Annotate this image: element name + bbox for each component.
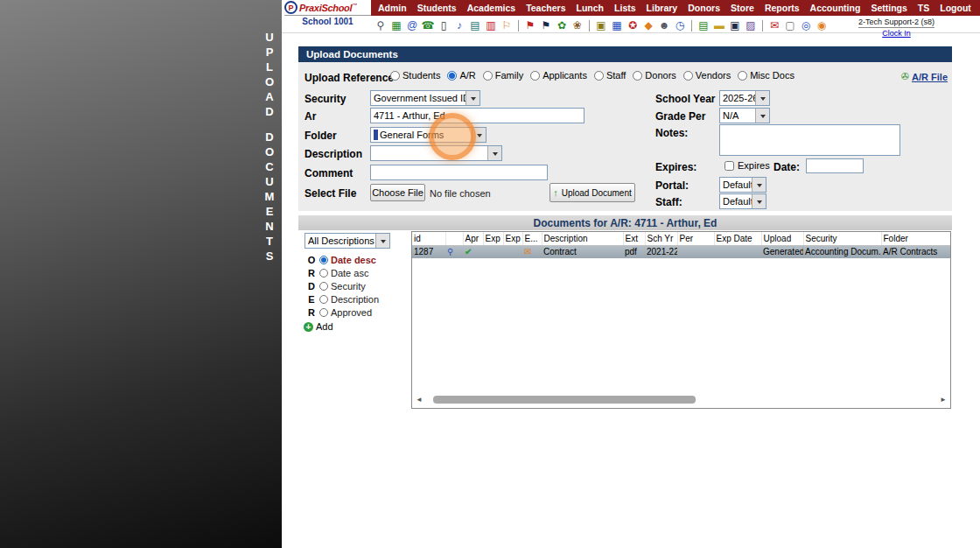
grid-icon[interactable]: ▦: [610, 18, 624, 32]
nav-store[interactable]: Store: [729, 3, 756, 13]
nav-teachers[interactable]: Teachers: [524, 3, 567, 13]
clock-in-link[interactable]: Clock In: [858, 29, 934, 38]
sort-date-desc[interactable]: Date desc: [319, 253, 379, 266]
schedule-icon[interactable]: ▥: [484, 18, 498, 32]
graduate-dark-icon[interactable]: ⚑: [539, 18, 553, 32]
zoom-row-icon[interactable]: ⚲: [447, 247, 453, 256]
scrollbar-track[interactable]: [424, 396, 938, 404]
briefcase-icon[interactable]: ▣: [728, 18, 742, 32]
radio-students-icon[interactable]: [390, 71, 400, 81]
ar-file-link[interactable]: A/R File: [912, 72, 948, 82]
col-upload[interactable]: Upload: [761, 232, 803, 245]
school-year-select[interactable]: 2025-26: [719, 90, 770, 106]
choose-file-button[interactable]: Choose File: [370, 184, 425, 201]
scroll-left-icon[interactable]: ◄: [414, 395, 424, 404]
horizontal-scrollbar[interactable]: ◄ ►: [414, 395, 948, 404]
nav-reports[interactable]: Reports: [763, 3, 802, 13]
globe-icon[interactable]: ◎: [799, 18, 813, 32]
reference-option-donors[interactable]: Donors: [633, 70, 676, 81]
clock-icon[interactable]: ◷: [673, 18, 687, 32]
radio-misc-docs-icon[interactable]: [738, 71, 747, 81]
add-icon[interactable]: +: [304, 322, 313, 332]
staff-select[interactable]: Default: [719, 193, 766, 209]
col-e[interactable]: E...: [522, 232, 542, 245]
col-id[interactable]: id: [412, 232, 445, 245]
reference-option-ar[interactable]: A/R: [447, 70, 475, 81]
email-document-icon[interactable]: ✉: [524, 247, 531, 256]
nav-library[interactable]: Library: [645, 3, 680, 13]
ledger-icon[interactable]: ▤: [696, 18, 710, 32]
scrollbar-thumb[interactable]: [433, 396, 696, 404]
info-icon[interactable]: ◉: [815, 18, 829, 32]
radio-family-icon[interactable]: [483, 71, 493, 81]
col-ext[interactable]: Ext: [623, 232, 645, 245]
radio-vendors-icon[interactable]: [683, 71, 693, 81]
nav-students[interactable]: Students: [416, 3, 458, 13]
reference-option-applicants[interactable]: Applicants: [530, 70, 587, 81]
folder-select[interactable]: General Forms: [370, 127, 486, 143]
col-description[interactable]: Description: [542, 232, 623, 245]
radio-ar-icon[interactable]: [447, 71, 457, 81]
radio-date-desc-icon[interactable]: [319, 256, 328, 264]
praxischool-logo[interactable]: P PraxiSchool™ School 1001: [284, 1, 371, 32]
ar-input[interactable]: [370, 108, 584, 123]
pdf-icon[interactable]: ✉: [767, 18, 781, 32]
col-apr[interactable]: Apr: [463, 232, 483, 245]
nav-logout[interactable]: Logout: [938, 3, 973, 13]
col-sch-yr[interactable]: Sch Yr: [645, 232, 677, 245]
folder-icon[interactable]: ▣: [594, 18, 608, 32]
col-exp-date[interactable]: Exp Date: [714, 232, 761, 245]
upload-document-button[interactable]: ↑ Upload Document: [550, 183, 635, 202]
comment-input[interactable]: [370, 165, 548, 180]
calendar-icon[interactable]: ▦: [389, 18, 403, 32]
audio-icon[interactable]: ♪: [452, 18, 466, 32]
grade-per-select[interactable]: N/A: [719, 108, 770, 123]
graduate-red-icon[interactable]: ⚑: [523, 18, 537, 32]
radio-security-icon[interactable]: [319, 282, 328, 291]
col-per[interactable]: Per: [677, 232, 714, 245]
backpack-icon[interactable]: ◆: [641, 18, 655, 32]
nav-ts[interactable]: TS: [916, 3, 931, 13]
col-exp-1[interactable]: Exp: [483, 232, 503, 245]
col-exp-2[interactable]: Exp: [503, 232, 522, 245]
nav-academics[interactable]: Academics: [466, 3, 517, 13]
mascot-icon[interactable]: ❀: [570, 18, 584, 32]
school-name[interactable]: School 1001: [284, 15, 371, 26]
nav-lists[interactable]: Lists: [612, 3, 638, 13]
mobile-icon[interactable]: ▯: [437, 18, 451, 32]
date-input[interactable]: [806, 158, 864, 173]
reference-option-misc-docs[interactable]: Misc Docs: [738, 70, 794, 81]
radio-donors-icon[interactable]: [633, 71, 642, 81]
radio-staff-icon[interactable]: [594, 71, 604, 81]
security-select[interactable]: Government Issued IDs: [370, 90, 480, 106]
announce-icon[interactable]: ⚐: [500, 18, 514, 32]
table-row[interactable]: 1287 ⚲ ✔ ✉ Contract pdf 2021-22 Generate…: [412, 245, 950, 258]
nav-admin[interactable]: Admin: [376, 3, 409, 13]
reference-option-students[interactable]: Students: [390, 70, 440, 81]
card-icon[interactable]: ▬: [712, 18, 726, 32]
radio-applicants-icon[interactable]: [530, 71, 540, 81]
phone-icon[interactable]: ☎: [421, 18, 435, 32]
reference-option-staff[interactable]: Staff: [594, 70, 626, 81]
nav-donors[interactable]: Donors: [686, 3, 722, 13]
radio-approved-icon[interactable]: [319, 308, 328, 317]
add-document[interactable]: + Add: [304, 321, 333, 332]
people-icon[interactable]: ☻: [657, 18, 671, 32]
leaf-icon[interactable]: ✿: [555, 18, 569, 32]
sort-date-asc[interactable]: Date asc: [319, 266, 379, 279]
reference-option-vendors[interactable]: Vendors: [683, 70, 731, 81]
expires-checkbox[interactable]: [724, 161, 734, 171]
email-at-icon[interactable]: @: [405, 18, 419, 32]
scroll-right-icon[interactable]: ►: [938, 395, 948, 404]
photo-icon[interactable]: ▨: [744, 18, 758, 32]
nav-lunch[interactable]: Lunch: [575, 3, 606, 13]
radio-date-asc-icon[interactable]: [319, 269, 328, 278]
radio-description-icon[interactable]: [319, 295, 328, 304]
description-select[interactable]: [370, 145, 502, 161]
reference-option-family[interactable]: Family: [483, 70, 523, 81]
col-folder[interactable]: Folder: [881, 232, 950, 245]
print-icon[interactable]: ▢: [783, 18, 797, 32]
col-security[interactable]: Security: [803, 232, 881, 245]
nav-accounting[interactable]: Accounting: [808, 3, 863, 13]
description-filter-select[interactable]: All Descriptions: [304, 233, 390, 249]
